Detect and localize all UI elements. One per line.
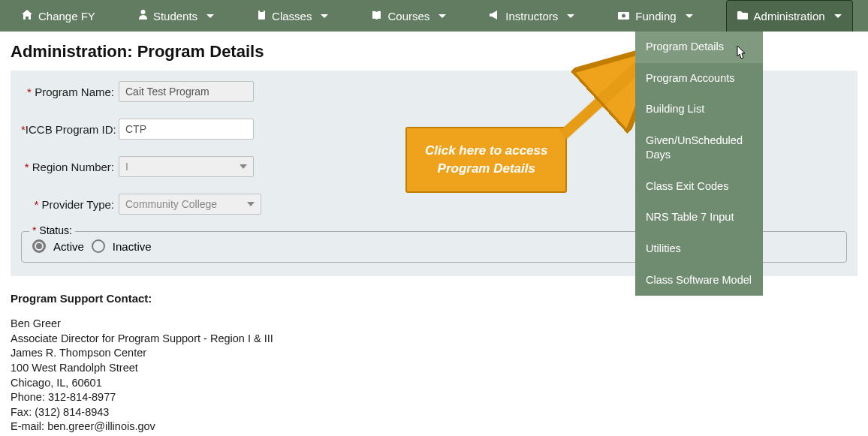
status-inactive-radio[interactable] — [92, 239, 105, 253]
status-legend: * Status: — [29, 224, 75, 236]
chevron-down-icon — [206, 14, 214, 18]
contact-line: Phone: 312-814-8977 — [11, 390, 857, 405]
program-name-input[interactable] — [119, 81, 254, 102]
iccb-input[interactable] — [119, 119, 254, 140]
region-value: I — [125, 161, 128, 173]
dropdown-item-class-software-model[interactable]: Class Software Model — [635, 265, 763, 296]
svg-point-0 — [140, 10, 145, 14]
chevron-down-icon — [439, 14, 446, 18]
nav-classes[interactable]: Classes — [247, 0, 339, 32]
nav-funding[interactable]: Funding — [607, 0, 703, 32]
status-active-label: Active — [53, 240, 84, 253]
svg-rect-2 — [260, 10, 264, 12]
book-icon — [372, 11, 381, 22]
chevron-down-icon — [240, 164, 247, 169]
iccb-label: *ICCB Program ID: — [21, 123, 119, 136]
chevron-down-icon — [686, 14, 693, 18]
clipboard-icon — [258, 10, 266, 22]
nav-label: Classes — [272, 10, 312, 23]
chevron-down-icon — [321, 14, 328, 18]
nav-label: Funding — [635, 10, 676, 23]
callout-box: Click here to access Program Details — [405, 127, 567, 193]
chevron-down-icon — [567, 14, 574, 18]
contact-line: Fax: (312) 814-8943 — [11, 405, 857, 420]
callout-line2: Program Details — [425, 160, 547, 178]
contact-line: Chicago, IL, 60601 — [11, 376, 857, 391]
contact-section: Program Support Contact: Ben Greer Assoc… — [0, 276, 868, 436]
main-navbar: Change FY Students Classes Courses Instr… — [0, 0, 868, 32]
region-select[interactable]: I — [119, 156, 254, 177]
program-name-label: * Program Name: — [21, 86, 119, 98]
provider-label: * Provider Type: — [21, 198, 119, 211]
person-icon — [139, 10, 147, 22]
dropdown-item-nrs-table-7-input[interactable]: NRS Table 7 Input — [635, 202, 763, 233]
status-inactive-label: Inactive — [113, 240, 152, 253]
megaphone-icon — [490, 11, 499, 22]
contact-line: Associate Director for Program Support -… — [11, 332, 857, 347]
money-icon — [618, 11, 629, 22]
nav-instructors[interactable]: Instructors — [479, 0, 585, 32]
nav-label: Instructors — [505, 10, 558, 23]
nav-label: Students — [153, 10, 197, 23]
contact-line: Ben Greer — [11, 317, 857, 332]
dropdown-item-building-list[interactable]: Building List — [635, 94, 763, 125]
provider-value: Community College — [125, 198, 217, 210]
contact-line: 100 West Randolph Street — [11, 361, 857, 376]
chevron-down-icon — [247, 202, 255, 206]
home-icon — [22, 10, 32, 22]
dropdown-item-utilities[interactable]: Utilities — [635, 233, 763, 265]
svg-point-4 — [622, 14, 625, 17]
dropdown-item-program-accounts[interactable]: Program Accounts — [635, 63, 763, 95]
status-active-radio[interactable] — [32, 239, 46, 253]
folder-icon — [737, 11, 748, 22]
dropdown-item-class-exit-codes[interactable]: Class Exit Codes — [635, 171, 763, 203]
nav-administration[interactable]: Administration — [726, 0, 853, 32]
contact-line: E-mail: ben.greer@illinois.gov — [11, 419, 857, 434]
administration-dropdown: Program Details Program Accounts Buildin… — [635, 32, 763, 296]
nav-label: Change FY — [38, 10, 95, 23]
nav-label: Courses — [387, 10, 429, 23]
nav-label: Administration — [754, 10, 825, 23]
dropdown-item-given-unscheduled-days[interactable]: Given/UnScheduled Days — [635, 125, 763, 171]
provider-select[interactable]: Community College — [119, 194, 261, 215]
chevron-down-icon — [834, 14, 842, 18]
callout-line1: Click here to access — [425, 142, 547, 160]
nav-change-fy[interactable]: Change FY — [11, 0, 106, 32]
dropdown-item-program-details[interactable]: Program Details — [635, 32, 763, 63]
contact-line: James R. Thompson Center — [11, 346, 857, 361]
region-label: * Region Number: — [21, 161, 119, 173]
nav-courses[interactable]: Courses — [361, 0, 457, 32]
nav-students[interactable]: Students — [128, 0, 225, 32]
